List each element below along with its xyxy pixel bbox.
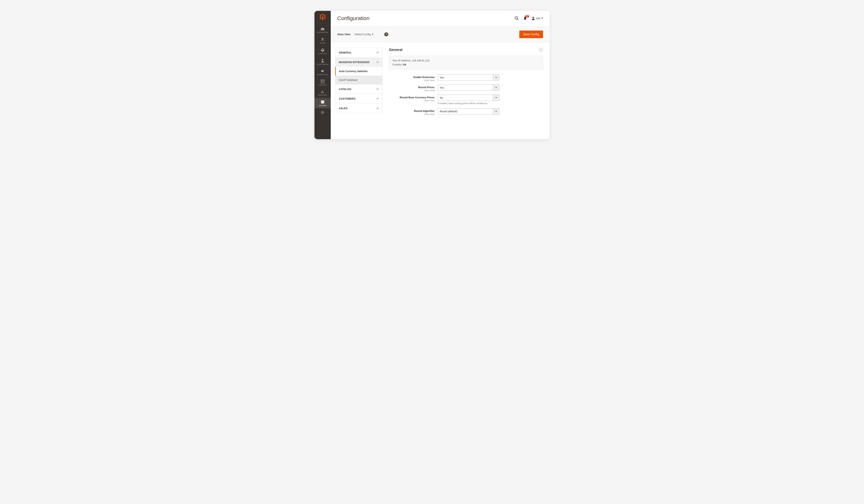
nav-label: MARKETING xyxy=(317,74,328,75)
nav-label: DASHBOARD xyxy=(317,31,328,33)
nav-label: REPORTS xyxy=(318,94,327,96)
field-round-base-prices: Round Base Currency Prices [store view] … xyxy=(389,95,543,105)
chart-icon xyxy=(321,90,324,94)
svg-rect-5 xyxy=(321,92,322,93)
field-scope: [store view] xyxy=(389,89,434,92)
caret-down-icon xyxy=(495,111,497,112)
page-title: Configuration xyxy=(337,15,370,21)
svg-line-10 xyxy=(517,19,518,20)
caret-down-icon xyxy=(495,87,497,88)
config-section-customers: CUSTOMERS xyxy=(335,94,382,104)
field-help: If enabled, base currency prices will be… xyxy=(438,102,499,105)
select-toggle xyxy=(493,75,499,81)
magento-logo-icon xyxy=(319,13,326,21)
person-icon xyxy=(321,59,324,62)
field-scope: [store view] xyxy=(389,79,434,81)
form-label-col: Enable Extension [store view] xyxy=(389,74,438,81)
section-label: CUSTOMERS xyxy=(339,97,356,100)
svg-rect-6 xyxy=(322,91,323,93)
dollar-icon: $ xyxy=(321,37,324,41)
save-config-button[interactable]: Save Config xyxy=(519,31,543,38)
svg-rect-2 xyxy=(321,80,324,83)
select-value: Yes xyxy=(438,85,493,91)
svg-rect-7 xyxy=(323,92,324,93)
round-algorithm-select[interactable]: Round (default) xyxy=(438,108,499,115)
chevron-up-icon xyxy=(540,49,542,50)
nav-label: SALES xyxy=(320,42,325,44)
search-icon xyxy=(515,16,519,20)
magento-logo[interactable] xyxy=(317,13,328,23)
store-view-value: Default Config xyxy=(355,33,371,36)
field-round-prices: Round Prices [store view] Yes xyxy=(389,85,543,92)
select-toggle xyxy=(493,95,499,101)
config-section-header-catalog[interactable]: CATALOG xyxy=(335,84,382,94)
store-icon xyxy=(321,100,325,104)
nav-stores[interactable]: STORES xyxy=(314,98,331,108)
user-name: root xyxy=(536,17,540,20)
config-section-header-sales[interactable]: SALES xyxy=(335,104,382,113)
config-section-catalog: CATALOG xyxy=(335,84,382,94)
config-section-header-magefan[interactable]: MAGEFAN EXTENSIONS xyxy=(335,58,382,67)
field-round-algorithm: Round Algorithm [store view] Round (defa… xyxy=(389,108,543,115)
section-label: SALES xyxy=(339,107,348,110)
gear-icon xyxy=(321,110,325,115)
nav-dashboard[interactable]: DASHBOARD xyxy=(314,25,331,35)
country-label: Country: xyxy=(392,63,403,66)
nav-customers[interactable]: CUSTOMERS xyxy=(314,57,331,67)
toolbar: Store View: Default Config ? Save Config xyxy=(331,27,550,42)
field-label: Round Prices xyxy=(418,86,434,89)
layout-icon xyxy=(321,80,324,83)
nav-sales[interactable]: $ SALES xyxy=(314,35,331,46)
collapse-section-button[interactable] xyxy=(539,48,543,52)
select-toggle xyxy=(493,85,499,91)
search-button[interactable] xyxy=(515,16,519,20)
box-icon xyxy=(321,48,325,52)
user-icon xyxy=(532,16,535,20)
chevron-up-icon xyxy=(376,61,379,63)
config-main: General Your IP Address: 193.169.81.215 … xyxy=(382,42,550,139)
nav-reports[interactable]: REPORTS xyxy=(314,88,331,98)
ip-label: Your IP Address: xyxy=(392,59,412,62)
user-menu[interactable]: root xyxy=(532,16,543,20)
form-input-col: Yes xyxy=(438,85,499,91)
config-item-geoip[interactable]: GeoIP Database xyxy=(335,75,382,84)
form-label-col: Round Prices [store view] xyxy=(389,85,438,92)
help-button[interactable]: ? xyxy=(384,32,388,36)
round-prices-select[interactable]: Yes xyxy=(438,85,499,91)
toolbar-left: Store View: Default Config ? xyxy=(337,32,388,36)
header-actions: 21 root xyxy=(515,16,543,20)
form-label-col: Round Algorithm [store view] xyxy=(389,108,438,115)
caret-down-icon xyxy=(495,77,497,78)
nav-label: CONTENT xyxy=(318,84,327,86)
svg-text:$: $ xyxy=(322,37,324,41)
nav-system[interactable] xyxy=(314,108,331,117)
nav-marketing[interactable]: MARKETING xyxy=(314,67,331,77)
config-section-general: GENERAL xyxy=(335,48,382,57)
config-section-header-general[interactable]: GENERAL xyxy=(335,48,382,57)
content: GENERAL MAGEFAN EXTENSIONS Auto Currency… xyxy=(331,42,550,139)
section-title-row: General xyxy=(389,48,543,52)
field-label: Enable Extension xyxy=(413,76,434,79)
field-scope: [store view] xyxy=(389,99,434,101)
nav-label: CUSTOMERS xyxy=(317,63,328,65)
config-section-sales: SALES xyxy=(335,104,382,113)
field-scope: [store view] xyxy=(389,113,434,115)
caret-down-icon xyxy=(372,34,373,35)
nav-catalog[interactable]: CATALOG xyxy=(314,46,331,57)
nav-content[interactable]: CONTENT xyxy=(314,77,331,88)
chevron-down-icon xyxy=(376,52,379,53)
ip-info-box: Your IP Address: 193.169.81.215 Country:… xyxy=(389,56,543,69)
notifications-button[interactable]: 21 xyxy=(523,16,527,20)
config-section-magefan: MAGEFAN EXTENSIONS Auto Currency Switche… xyxy=(335,57,382,84)
enable-extension-select[interactable]: Yes xyxy=(438,74,499,81)
store-view-label: Store View: xyxy=(337,33,351,36)
form-input-col: Round (default) xyxy=(438,108,499,115)
caret-down-icon xyxy=(541,18,543,19)
select-toggle xyxy=(493,108,499,114)
store-view-select[interactable]: Default Config xyxy=(355,33,373,36)
config-item-auto-currency[interactable]: Auto Currency Switcher xyxy=(335,67,382,75)
round-base-prices-select[interactable]: No xyxy=(438,95,499,101)
section-label: MAGEFAN EXTENSIONS xyxy=(339,61,370,64)
config-section-header-customers[interactable]: CUSTOMERS xyxy=(335,94,382,104)
form-label-col: Round Base Currency Prices [store view] xyxy=(389,95,438,101)
